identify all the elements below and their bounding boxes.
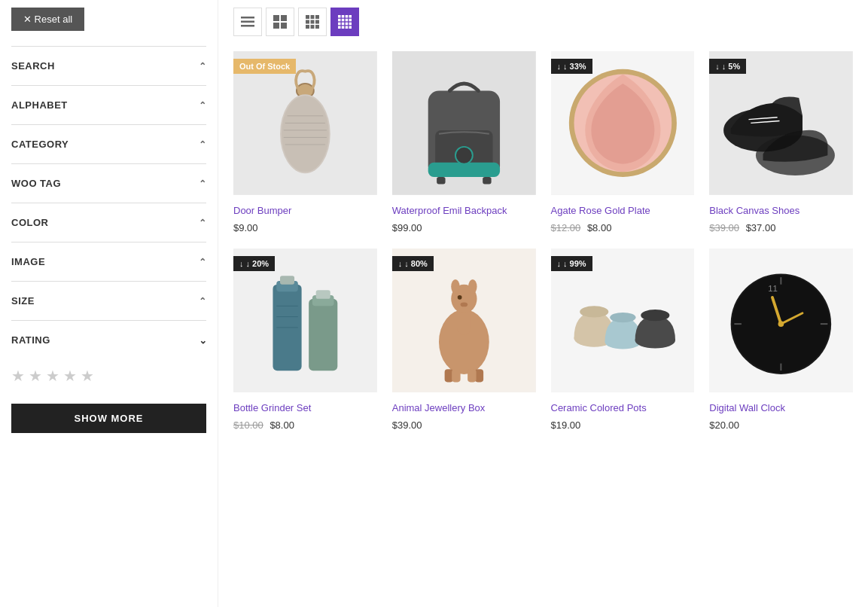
star-4[interactable]: ★: [63, 367, 77, 385]
product-link[interactable]: Digital Wall Clock: [709, 402, 785, 413]
filter-search-header[interactable]: SEARCH ⌃: [11, 47, 206, 85]
filter-size-header[interactable]: SIZE ⌃: [11, 282, 206, 320]
product-image-backpack: [392, 51, 536, 195]
svg-rect-59: [280, 276, 294, 284]
product-price: $39.00 $37.00: [709, 222, 853, 233]
product-price: $19.00: [551, 419, 695, 431]
svg-rect-17: [342, 15, 345, 18]
price-regular: $19.00: [551, 419, 581, 431]
svg-rect-13: [306, 25, 309, 29]
chevron-down-icon: ⌃: [199, 139, 207, 150]
view-grid2-button[interactable]: [266, 8, 294, 36]
svg-point-80: [580, 306, 608, 317]
svg-rect-15: [315, 25, 319, 29]
price-regular: $20.00: [709, 419, 739, 431]
product-name[interactable]: Digital Wall Clock: [709, 401, 853, 415]
svg-point-47: [455, 147, 473, 164]
filter-woo-tag-header[interactable]: WOO TAG ⌃: [11, 164, 206, 203]
product-name[interactable]: Animal Jewellery Box: [392, 401, 536, 415]
product-image-shoes: ↓ 5%: [709, 51, 853, 195]
product-link[interactable]: Waterproof Emil Backpack: [392, 205, 507, 216]
svg-rect-27: [349, 23, 352, 26]
svg-rect-14: [311, 25, 315, 29]
star-1[interactable]: ★: [11, 367, 25, 385]
product-name[interactable]: Black Canvas Shoes: [709, 204, 853, 218]
svg-rect-30: [346, 26, 349, 29]
product-card: ↓ 5% Bl: [709, 51, 853, 233]
product-card: ↓ 20%: [233, 249, 377, 431]
product-name[interactable]: Waterproof Emil Backpack: [392, 204, 536, 218]
svg-point-84: [641, 310, 669, 321]
svg-rect-5: [273, 23, 279, 29]
svg-rect-24: [338, 23, 341, 26]
svg-rect-8: [311, 15, 315, 19]
show-more-button[interactable]: SHOW MORE: [11, 404, 206, 433]
price-original: $39.00: [709, 222, 739, 233]
svg-point-90: [778, 321, 784, 327]
filter-rating: RATING ⌃ ★ ★ ★ ★ ★: [11, 320, 206, 396]
svg-rect-11: [311, 20, 315, 24]
star-3[interactable]: ★: [46, 367, 59, 385]
svg-rect-1: [241, 21, 254, 23]
filter-search-label: SEARCH: [11, 60, 55, 72]
product-link[interactable]: Door Bumper: [233, 205, 291, 216]
product-name[interactable]: Ceramic Colored Pots: [551, 401, 695, 415]
filter-size: SIZE ⌃: [11, 281, 206, 320]
price-sale: $37.00: [746, 222, 776, 233]
filter-size-label: SIZE: [11, 295, 35, 307]
filter-category-header[interactable]: CATEGORY ⌃: [11, 125, 206, 163]
filter-color-label: COLOR: [11, 217, 48, 228]
view-grid3-button[interactable]: [298, 8, 327, 36]
star-5[interactable]: ★: [81, 367, 94, 385]
view-grid4-button[interactable]: [330, 8, 359, 36]
product-link[interactable]: Bottle Grinder Set: [233, 402, 311, 413]
product-card: Out Of Stock: [233, 51, 377, 233]
reset-all-button[interactable]: ✕ Reset all: [11, 8, 84, 31]
product-price: $20.00: [709, 419, 853, 431]
rating-stars[interactable]: ★ ★ ★ ★ ★: [11, 359, 206, 396]
svg-rect-44: [483, 177, 491, 185]
product-link[interactable]: Black Canvas Shoes: [709, 205, 799, 216]
product-link[interactable]: Agate Rose Gold Plate: [551, 205, 650, 216]
product-link[interactable]: Ceramic Colored Pots: [551, 402, 647, 413]
product-name[interactable]: Door Bumper: [233, 204, 377, 218]
chevron-down-icon: ⌃: [199, 178, 207, 189]
view-list-button[interactable]: [233, 8, 262, 36]
product-price: $39.00: [392, 419, 536, 431]
svg-rect-0: [241, 17, 254, 19]
svg-point-72: [458, 295, 462, 300]
product-image-jewellery: ↓ 80%: [392, 249, 536, 392]
filter-category-label: CATEGORY: [11, 139, 69, 150]
filter-image-header[interactable]: IMAGE ⌃: [11, 242, 206, 281]
product-price: $12.00 $8.00: [551, 222, 695, 233]
product-name[interactable]: Agate Rose Gold Plate: [551, 204, 695, 218]
filter-woo-tag-label: WOO TAG: [11, 178, 61, 189]
filter-color: COLOR ⌃: [11, 203, 206, 242]
filter-color-header[interactable]: COLOR ⌃: [11, 203, 206, 242]
product-link[interactable]: Animal Jewellery Box: [392, 402, 486, 413]
price-regular: $99.00: [392, 222, 422, 233]
discount-badge: ↓ 80%: [392, 256, 434, 271]
discount-badge: ↓ 20%: [233, 256, 275, 271]
product-card: ↓ 99%: [551, 249, 695, 431]
svg-rect-25: [342, 23, 345, 26]
sidebar: ✕ Reset all SEARCH ⌃ ALPHABET ⌃ CATEGORY…: [0, 0, 218, 607]
svg-rect-77: [468, 369, 476, 382]
price-regular: $9.00: [233, 222, 258, 233]
product-name[interactable]: Bottle Grinder Set: [233, 401, 377, 415]
filter-alphabet-header[interactable]: ALPHABET ⌃: [11, 86, 206, 124]
svg-rect-7: [306, 15, 309, 19]
product-card: Waterproof Emil Backpack $99.00: [392, 51, 536, 233]
product-card: ↓ 33% Agate Rose Gold Plate: [551, 51, 695, 233]
filter-rating-header[interactable]: RATING ⌃: [11, 321, 206, 359]
discount-badge: ↓ 5%: [709, 59, 746, 74]
svg-rect-43: [437, 177, 445, 185]
svg-point-70: [451, 279, 459, 294]
chevron-down-icon: ⌃: [199, 61, 207, 72]
star-2[interactable]: ★: [29, 367, 42, 385]
filter-search: SEARCH ⌃: [11, 46, 206, 85]
filter-alphabet-label: ALPHABET: [11, 99, 68, 111]
svg-rect-22: [346, 19, 349, 22]
price-original: $10.00: [233, 419, 263, 431]
product-image-pots: ↓ 99%: [551, 249, 695, 392]
